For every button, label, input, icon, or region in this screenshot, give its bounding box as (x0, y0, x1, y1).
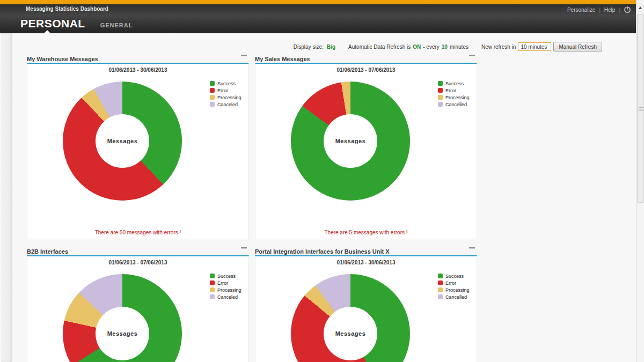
new-refresh-label: New refresh in (481, 44, 516, 50)
chart-legend: Success Error Processing Canceled (210, 80, 241, 108)
dashboard-page: Messaging Statistics Dashboard Personali… (0, 0, 644, 362)
panel-title: My Warehouse Messages (27, 56, 98, 62)
legend-item-success[interactable]: Success (438, 272, 470, 279)
panel-body: 01/06/2013 - 30/06/2013 Messages Success… (255, 255, 477, 362)
donut-chart[interactable]: Messages (63, 274, 182, 362)
donut-center: Messages (96, 114, 149, 168)
panel-header: B2B Interfaces (27, 246, 249, 254)
chart-date-range: 01/06/2013 - 30/06/2013 (27, 67, 248, 73)
scrollbar-grip (639, 107, 643, 112)
legend-item-processing[interactable]: Processing (438, 94, 470, 101)
manual-refresh-button[interactable]: Manual Refresh (553, 42, 602, 51)
donut-center: Messages (324, 114, 377, 168)
chart-date-range: 01/06/2013 - 30/06/2013 (255, 260, 477, 265)
legend-swatch (438, 81, 443, 86)
auto-refresh-interval: 10 (442, 44, 448, 50)
donut-center-label: Messages (335, 138, 366, 144)
menu-separator: | (599, 7, 601, 13)
error-note: There are 5 messages with errors ! (255, 230, 477, 235)
minimize-icon[interactable] (469, 55, 475, 56)
auto-refresh-status: Automatic Data Refresh is ON - every 10 … (348, 44, 469, 50)
personalize-link[interactable]: Personalize (567, 7, 595, 13)
app-title: Messaging Statistics Dashboard (26, 6, 108, 12)
legend-swatch (210, 294, 215, 299)
app-header: Messaging Statistics Dashboard Personali… (0, 4, 636, 33)
panel-title: Portal Integration Interfaces for Busine… (255, 248, 390, 255)
refresh-interval-input[interactable] (518, 42, 551, 51)
donut-center-label: Messages (107, 138, 138, 144)
tab-personal[interactable]: PERSONAL (20, 17, 85, 30)
header-menu: Personalize | Help | (567, 6, 631, 13)
legend-item-processing[interactable]: Processing (438, 286, 470, 293)
chart-date-range: 01/06/2013 - 07/06/2013 (27, 260, 248, 265)
legend-swatch (438, 102, 443, 107)
legend-item-error[interactable]: Error (210, 87, 241, 94)
tab-general[interactable]: GENERAL (100, 22, 133, 28)
legend-swatch (438, 287, 443, 292)
panel-my-warehouse-messages: My Warehouse Messages 01/06/2013 - 30/06… (27, 54, 249, 239)
donut-chart[interactable]: Messages (63, 82, 182, 201)
legend-item-success[interactable]: Success (210, 80, 241, 87)
donut-chart[interactable]: Messages (291, 82, 410, 201)
legend-swatch (210, 102, 215, 107)
donut-center-label: Messages (107, 330, 138, 337)
legend-swatch (210, 280, 215, 285)
donut-center: Messages (324, 307, 377, 360)
panel-portal-integration-interfaces: Portal Integration Interfaces for Busine… (255, 246, 477, 362)
minimize-icon[interactable] (241, 55, 247, 56)
legend-swatch (438, 280, 443, 285)
logoff-power-icon[interactable] (624, 6, 631, 13)
legend-item-cancelled[interactable]: Cancelled (438, 101, 470, 108)
menu-separator: | (619, 7, 620, 13)
legend-swatch (210, 287, 215, 292)
legend-item-canceled[interactable]: Canceled (210, 101, 241, 108)
panel-b2b-interfaces: B2B Interfaces 01/06/2013 - 07/06/2013 M… (27, 246, 249, 362)
donut-center: Messages (96, 307, 149, 360)
donut-center-label: Messages (335, 330, 366, 337)
active-tab-indicator (44, 30, 50, 33)
display-size-label: Display size: (294, 44, 324, 50)
legend-item-success[interactable]: Success (210, 272, 241, 279)
legend-item-error[interactable]: Error (438, 87, 470, 94)
legend-swatch (210, 274, 215, 278)
legend-item-canceled[interactable]: Canceled (210, 293, 241, 300)
legend-item-cancelled[interactable]: Cancelled (438, 293, 470, 300)
legend-item-success[interactable]: Success (438, 80, 470, 87)
minimize-icon[interactable] (469, 247, 475, 249)
panel-my-sales-messages: My Sales Messages 01/06/2013 - 07/06/201… (255, 54, 477, 239)
scrollbar-up-arrow-icon[interactable] (636, 4, 644, 12)
legend-swatch (210, 95, 215, 100)
legend-item-processing[interactable]: Processing (210, 286, 241, 293)
chart-legend: Success Error Processing Canceled (210, 272, 241, 300)
legend-item-error[interactable]: Error (438, 279, 470, 286)
legend-swatch (438, 274, 443, 278)
panel-body: 01/06/2013 - 30/06/2013 Messages Success… (27, 63, 249, 239)
display-size-value[interactable]: Big (327, 44, 335, 50)
panel-header: My Warehouse Messages (27, 54, 249, 62)
legend-swatch (438, 294, 443, 299)
vertical-scrollbar[interactable] (636, 0, 644, 362)
scrollbar-thumb[interactable] (637, 14, 644, 203)
chart-date-range: 01/06/2013 - 07/06/2013 (255, 67, 477, 73)
new-refresh-group: New refresh in Manual Refresh (481, 42, 602, 51)
error-note: There are 50 messages with errors ! (27, 230, 248, 235)
panel-title: My Sales Messages (255, 56, 310, 62)
auto-refresh-prefix: Automatic Data Refresh is (348, 44, 411, 50)
minimize-icon[interactable] (241, 247, 247, 249)
workset-tabs: PERSONAL GENERAL (20, 17, 133, 30)
legend-swatch (210, 81, 215, 86)
brand-bar (0, 0, 636, 4)
panel-body: 01/06/2013 - 07/06/2013 Messages Success… (255, 63, 477, 239)
chart-legend: Success Error Processing Cancelled (438, 272, 470, 300)
legend-swatch (210, 88, 215, 93)
legend-item-processing[interactable]: Processing (210, 94, 241, 101)
auto-refresh-suffix: minutes (450, 44, 469, 50)
legend-item-error[interactable]: Error (210, 279, 241, 286)
help-link[interactable]: Help (604, 7, 616, 13)
left-gutter (1, 33, 12, 362)
content-area: Display size: Big Automatic Data Refresh… (0, 33, 636, 362)
auto-refresh-mid: - every (423, 44, 440, 50)
donut-chart[interactable]: Messages (291, 274, 410, 362)
panel-header: Portal Integration Interfaces for Busine… (255, 246, 477, 254)
auto-refresh-state: ON (413, 44, 421, 50)
